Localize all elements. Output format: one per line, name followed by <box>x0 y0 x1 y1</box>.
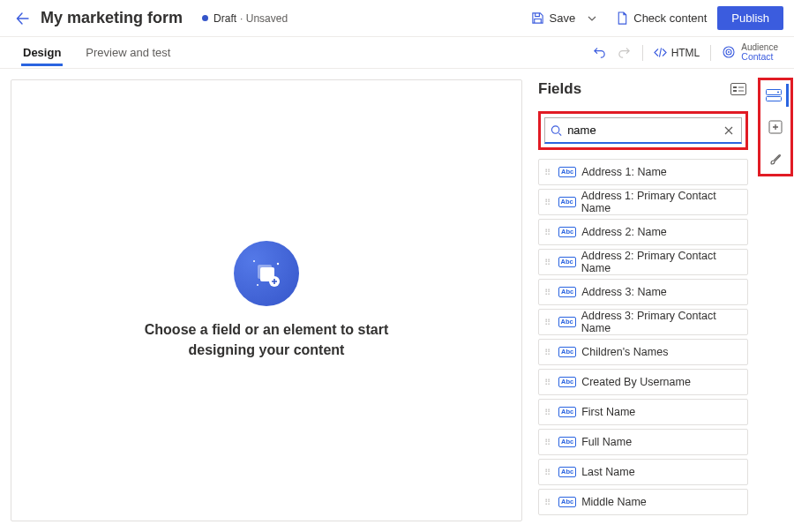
drag-grip-icon: ⠿ <box>544 438 553 447</box>
tab-preview[interactable]: Preview and test <box>84 39 172 66</box>
field-label: Last Name <box>581 466 634 478</box>
field-type-badge: Abc <box>558 467 576 477</box>
svg-rect-16 <box>766 97 781 101</box>
tab-design[interactable]: Design <box>21 39 63 66</box>
field-label: Children's Names <box>581 346 668 358</box>
svg-rect-12 <box>738 86 744 88</box>
redo-icon <box>618 46 631 59</box>
field-type-badge: Abc <box>558 407 576 417</box>
svg-point-5 <box>257 284 258 286</box>
field-type-badge: Abc <box>558 167 576 177</box>
field-list: ⠿AbcAddress 1: Name⠿AbcAddress 1: Primar… <box>538 159 748 515</box>
field-label: Address 2: Name <box>581 226 667 238</box>
svg-rect-10 <box>733 86 737 88</box>
empty-state-icon <box>234 241 299 306</box>
field-type-badge: Abc <box>558 257 576 267</box>
rail-elements-button[interactable] <box>764 116 787 139</box>
field-type-badge: Abc <box>558 227 576 237</box>
field-item[interactable]: ⠿AbcFirst Name <box>538 399 748 425</box>
search-icon <box>551 124 562 137</box>
svg-rect-11 <box>733 90 737 92</box>
status-suffix: · Unsaved <box>240 12 288 25</box>
field-item[interactable]: ⠿AbcChildren's Names <box>538 339 748 365</box>
rail-highlight-box <box>758 78 793 176</box>
search-input[interactable] <box>567 124 715 137</box>
audience-selector[interactable]: Audience Contact <box>716 43 783 63</box>
save-dropdown[interactable] <box>582 6 602 31</box>
save-label: Save <box>550 11 576 25</box>
arrow-left-icon <box>16 11 30 26</box>
field-label: Middle Name <box>581 496 647 508</box>
field-type-badge: Abc <box>558 497 576 507</box>
field-item[interactable]: ⠿AbcCreated By Username <box>538 369 748 395</box>
search-highlight-box <box>538 111 748 150</box>
drag-grip-icon: ⠿ <box>544 198 553 207</box>
field-label: Address 3: Primary Contact Name <box>581 310 742 334</box>
field-label: Address 3: Name <box>581 286 667 298</box>
field-item[interactable]: ⠿AbcAddress 1: Primary Contact Name <box>538 189 748 215</box>
redo-button[interactable] <box>612 41 637 65</box>
drag-grip-icon: ⠿ <box>544 318 553 327</box>
brush-rail-icon <box>768 152 783 166</box>
page-title: My marketing form <box>41 9 183 27</box>
undo-button[interactable] <box>588 41 612 65</box>
document-icon <box>616 11 628 25</box>
field-item[interactable]: ⠿AbcMiddle Name <box>538 489 748 515</box>
drag-grip-icon: ⠿ <box>544 258 553 267</box>
field-item[interactable]: ⠿AbcAddress 1: Name <box>538 159 748 185</box>
canvas-dropzone[interactable]: Choose a field or an element to start de… <box>11 79 522 521</box>
field-label: Address 1: Primary Contact Name <box>581 190 742 214</box>
field-type-badge: Abc <box>558 347 576 357</box>
svg-rect-13 <box>738 90 744 92</box>
undo-icon <box>593 46 606 59</box>
header-bar: My marketing form Draft · Unsaved Save C… <box>0 0 794 37</box>
html-label: HTML <box>671 47 700 59</box>
field-item[interactable]: ⠿AbcAddress 2: Primary Contact Name <box>538 249 748 275</box>
audience-value: Contact <box>741 52 778 62</box>
publish-label: Publish <box>731 11 769 25</box>
empty-state-text: Choose a field or an element to start de… <box>125 320 408 360</box>
field-item[interactable]: ⠿AbcLast Name <box>538 459 748 485</box>
code-icon <box>654 46 667 59</box>
field-item[interactable]: ⠿AbcAddress 2: Name <box>538 219 748 245</box>
field-type-badge: Abc <box>558 377 576 387</box>
field-item[interactable]: ⠿AbcAddress 3: Primary Contact Name <box>538 309 748 335</box>
field-label: Address 1: Name <box>581 166 667 178</box>
field-item[interactable]: ⠿AbcAddress 3: Name <box>538 279 748 305</box>
save-button[interactable]: Save <box>524 6 583 31</box>
close-icon <box>724 126 733 135</box>
svg-point-17 <box>777 92 779 94</box>
right-rail <box>757 69 794 532</box>
svg-point-14 <box>551 125 558 132</box>
drag-grip-icon: ⠿ <box>544 468 553 477</box>
tabs-bar: Design Preview and test HTML Audience Co… <box>0 37 794 69</box>
save-icon <box>531 11 544 25</box>
fields-rail-icon <box>766 89 782 101</box>
svg-rect-9 <box>731 84 746 95</box>
check-content-button[interactable]: Check content <box>609 6 714 31</box>
check-content-label: Check content <box>633 11 707 25</box>
panel-mode-toggle[interactable] <box>729 79 748 99</box>
form-view-icon <box>730 83 746 95</box>
field-type-badge: Abc <box>558 437 576 447</box>
drag-grip-icon: ⠿ <box>544 168 553 177</box>
divider <box>710 45 711 61</box>
chevron-down-icon <box>588 14 596 23</box>
field-item[interactable]: ⠿AbcFull Name <box>538 429 748 455</box>
drag-grip-icon: ⠿ <box>544 408 553 417</box>
rail-style-button[interactable] <box>764 147 787 170</box>
svg-point-3 <box>253 260 255 262</box>
status-dot-icon <box>202 15 208 21</box>
canvas-area: Choose a field or an element to start de… <box>0 69 529 532</box>
back-button[interactable] <box>11 6 35 31</box>
field-type-badge: Abc <box>558 197 576 207</box>
drag-grip-icon: ⠿ <box>544 498 553 507</box>
html-view-button[interactable]: HTML <box>648 42 706 63</box>
drag-grip-icon: ⠿ <box>544 348 553 357</box>
search-input-wrapper <box>544 117 742 144</box>
drag-grip-icon: ⠿ <box>544 288 553 297</box>
publish-button[interactable]: Publish <box>717 6 783 30</box>
rail-fields-button[interactable] <box>762 84 789 107</box>
fields-panel-title: Fields <box>538 80 581 98</box>
clear-search-button[interactable] <box>721 123 736 139</box>
